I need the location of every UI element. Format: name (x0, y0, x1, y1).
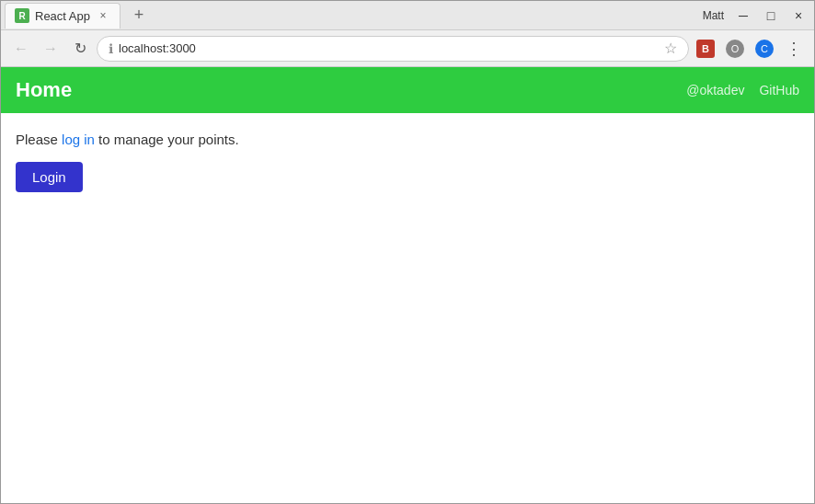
login-button[interactable]: Login (16, 162, 83, 192)
titlebar-left: R React App × + (5, 3, 152, 29)
app-header: Home @oktadev GitHub (1, 67, 814, 113)
bookmark-icon[interactable]: ☆ (664, 40, 677, 57)
extension-button-1[interactable]: B (693, 36, 718, 62)
titlebar: R React App × + Matt ─ □ × (1, 1, 814, 30)
refresh-button[interactable]: ↻ (67, 36, 93, 62)
message-prefix: Please (16, 132, 62, 147)
close-button[interactable]: × (786, 6, 810, 25)
maximize-button[interactable]: □ (759, 6, 783, 25)
extension-button-2[interactable]: O (722, 36, 748, 62)
extension-icon-blue: C (755, 40, 774, 58)
browser-tab[interactable]: R React App × (5, 3, 121, 29)
extension-icon-circle: O (726, 40, 744, 58)
browser-navbar: ← → ↻ ℹ ☆ B O C ⋮ (1, 30, 814, 67)
browser-extensions: B O C (693, 36, 777, 62)
app-title: Home (16, 78, 72, 102)
back-button[interactable]: ← (8, 36, 34, 62)
extension-icon-red: B (696, 40, 715, 58)
app-header-links: @oktadev GitHub (686, 83, 799, 97)
login-link[interactable]: log in (62, 132, 95, 147)
browser-menu-button[interactable]: ⋮ (781, 36, 807, 62)
app-content: Home @oktadev GitHub Please log in to ma… (1, 67, 814, 503)
tab-favicon: R (15, 8, 29, 23)
tab-close-button[interactable]: × (96, 8, 110, 23)
extension-button-3[interactable]: C (752, 36, 777, 62)
browser-window: R React App × + Matt ─ □ × ← → ↻ ℹ ☆ B (0, 0, 815, 504)
user-label: Matt (703, 9, 724, 22)
forward-button[interactable]: → (38, 36, 63, 62)
app-message: Please log in to manage your points. (16, 132, 799, 147)
app-main: Please log in to manage your points. Log… (1, 113, 814, 503)
address-input[interactable] (119, 41, 659, 55)
oktadev-link[interactable]: @oktadev (686, 83, 744, 97)
address-bar[interactable]: ℹ ☆ (97, 36, 689, 62)
info-icon: ℹ (109, 41, 113, 56)
message-suffix: to manage your points. (95, 132, 239, 147)
minimize-button[interactable]: ─ (731, 6, 755, 25)
github-link[interactable]: GitHub (759, 83, 799, 97)
titlebar-right: Matt ─ □ × (703, 6, 810, 25)
new-tab-button[interactable]: + (126, 3, 152, 29)
tab-title: React App (35, 9, 90, 23)
